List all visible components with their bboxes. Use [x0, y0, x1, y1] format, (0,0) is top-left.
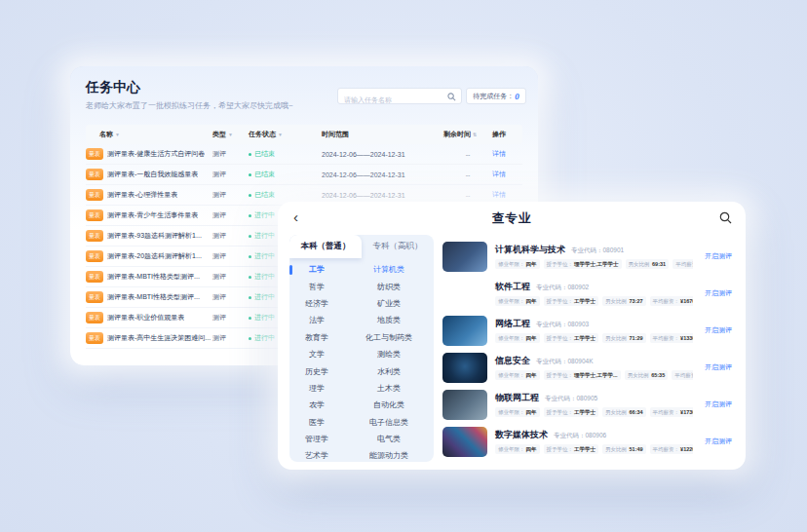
ratio-tag: 男女比例 65:35 [625, 370, 669, 380]
category-item[interactable]: 哲学 [289, 278, 344, 294]
task-search-box[interactable] [337, 88, 462, 104]
category-panel: 本科（普通） 专科（高职） 工学哲学经济学法学教育学文学历史学理学农学医学管理学… [289, 235, 434, 462]
category-item[interactable]: 历史学 [289, 362, 344, 379]
start-assessment-link[interactable]: 开启测评 [705, 362, 732, 372]
degree-tag: 授予学位：工学学士 [544, 444, 599, 454]
task-remaining-time: -- [443, 192, 492, 199]
start-assessment-link[interactable]: 开启测评 [705, 399, 732, 409]
task-type: 测评 [212, 149, 249, 159]
detail-link[interactable]: 详情 [492, 170, 522, 179]
detail-link[interactable]: 详情 [492, 190, 522, 200]
scale-badge: 量表 [86, 250, 103, 262]
salary-tag: 平均薪资：¥13300 [650, 333, 693, 343]
category-item[interactable]: 工学 [289, 261, 344, 278]
major-list-item[interactable]: 软件工程 专业代码：080902 修业年限：四年 授予学位：工学学士 男女比例 … [442, 275, 734, 312]
major-tags: 修业年限：四年 授予学位：理学学士,工学学士 男女比例 69:31 平均薪资：¥… [495, 259, 693, 269]
major-list: 计算机科学与技术 专业代码：080901 修业年限：四年 授予学位：理学学士,工… [434, 235, 734, 462]
salary-tag: 平均薪资：¥14200 [672, 259, 693, 269]
sort-icon[interactable]: ▼ [278, 132, 283, 137]
category-item[interactable]: 医学 [289, 414, 344, 431]
task-time-range: 2024-12-06——2024-12-31 [322, 192, 443, 199]
start-assessment-link[interactable]: 开启测评 [705, 251, 732, 261]
pending-tasks-counter: 待完成任务： 0 [466, 88, 526, 104]
category-item[interactable]: 管理学 [289, 431, 344, 447]
table-column-header[interactable]: 剩余时间⇅ [443, 130, 492, 139]
table-column-header[interactable]: 时间范围 [322, 130, 443, 139]
scale-badge: 量表 [86, 230, 103, 242]
category-item[interactable]: 纺织类 [344, 278, 434, 294]
major-name: 网络工程 [495, 318, 530, 330]
start-assessment-link[interactable]: 开启测评 [705, 288, 732, 298]
major-info: 计算机科学与技术 专业代码：080901 修业年限：四年 授予学位：理学学士,工… [495, 244, 734, 270]
table-column-header[interactable]: 名称▼ [99, 130, 212, 139]
major-info: 软件工程 专业代码：080902 修业年限：四年 授予学位：工学学士 男女比例 … [495, 281, 734, 307]
scale-badge: 量表 [86, 271, 103, 283]
major-list-item[interactable]: 计算机科学与技术 专业代码：080901 修业年限：四年 授予学位：理学学士,工… [442, 238, 734, 275]
category-item[interactable]: 电子信息类 [344, 414, 434, 431]
category-item[interactable]: 土木类 [344, 380, 434, 397]
task-name: 测评量表-职业价值观量表 [107, 313, 184, 323]
table-column-header[interactable]: 任务状态▼ [249, 130, 322, 139]
search-icon[interactable] [719, 211, 732, 224]
column-label: 类型 [212, 131, 226, 137]
category-item[interactable]: 地质类 [344, 312, 434, 328]
back-chevron-icon[interactable]: ‹ [293, 208, 298, 227]
major-list-item[interactable]: 信息安全 专业代码：080904K 修业年限：四年 授予学位：理学学士,工学学.… [442, 349, 734, 386]
major-list-item[interactable]: 物联网工程 专业代码：080905 修业年限：四年 授予学位：工学学士 男女比例… [442, 386, 734, 423]
task-table-header: 名称▼ 类型▼ 任务状态▼ 时间范围 剩余时间⇅ 操作 [86, 125, 522, 144]
task-remaining-time: -- [443, 171, 492, 178]
start-assessment-link[interactable]: 开启测评 [705, 437, 732, 446]
category-item[interactable]: 自动化类 [344, 397, 434, 413]
sort-icon[interactable]: ▼ [115, 132, 120, 137]
task-name: 测评量表-高中生生涯决策困难问... [107, 333, 211, 343]
task-type: 测评 [212, 210, 249, 220]
degree-tag: 授予学位：工学学士 [544, 296, 599, 306]
major-thumbnail [442, 353, 487, 383]
column-label: 名称 [99, 131, 113, 137]
search-icon[interactable] [447, 93, 456, 101]
task-name-cell: 量表 测评量表-高中生生涯决策困难问... [86, 332, 212, 344]
degree-tag: 授予学位：理学学士,工学学... [544, 370, 621, 380]
table-column-header[interactable]: 操作 [492, 130, 522, 139]
category-item[interactable]: 法学 [289, 312, 344, 328]
category-item[interactable]: 测绘类 [344, 346, 434, 362]
category-item[interactable]: 农学 [289, 397, 344, 413]
table-column-header[interactable]: 类型▼ [212, 130, 249, 139]
scale-badge: 量表 [86, 332, 103, 344]
major-tags: 修业年限：四年 授予学位：工学学士 男女比例 66:34 平均薪资：¥17300 [495, 407, 693, 417]
major-thumbnail [442, 390, 487, 420]
ratio-tag: 男女比例 71:29 [602, 333, 646, 343]
tab-undergraduate[interactable]: 本科（普通） [289, 235, 362, 258]
category-item[interactable]: 经济学 [289, 295, 344, 312]
tab-vocational[interactable]: 专科（高职） [362, 235, 434, 258]
major-name: 数字媒体技术 [495, 429, 548, 441]
task-time-range: 2024-12-06——2024-12-31 [322, 171, 443, 178]
major-list-item[interactable]: 网络工程 专业代码：080903 修业年限：四年 授予学位：工学学士 男女比例 … [442, 312, 734, 349]
category-list: 计算机类纺织类矿业类地质类化工与制药类测绘类水利类土木类自动化类电子信息类电气类… [344, 261, 434, 462]
category-item[interactable]: 教育学 [289, 329, 344, 346]
sort-icon[interactable]: ⇅ [473, 132, 477, 137]
task-search-input[interactable] [338, 93, 461, 107]
major-finder-body: 本科（普通） 专科（高职） 工学哲学经济学法学教育学文学历史学理学农学医学管理学… [289, 235, 734, 462]
task-name-cell: 量表 测评量表-青少年生活事件量表 [86, 209, 212, 221]
task-name: 测评量表-20题选科测评解析1... [107, 251, 202, 261]
category-item[interactable]: 水利类 [344, 362, 434, 379]
major-info: 物联网工程 专业代码：080905 修业年限：四年 授予学位：工学学士 男女比例… [495, 392, 734, 418]
category-item[interactable]: 矿业类 [344, 295, 434, 312]
major-list-item[interactable]: 数字媒体技术 专业代码：080906 修业年限：四年 授予学位：工学学士 男女比… [442, 423, 734, 460]
category-item[interactable]: 电气类 [344, 431, 434, 447]
category-item[interactable]: 艺术学 [289, 447, 344, 462]
major-code: 专业代码：080903 [536, 321, 589, 329]
major-tags: 修业年限：四年 授予学位：工学学士 男女比例 51:49 平均薪资：¥12200 [495, 444, 693, 454]
category-item[interactable]: 文学 [289, 346, 344, 362]
sort-icon[interactable]: ▼ [228, 132, 233, 137]
task-type: 测评 [212, 333, 249, 343]
major-code: 专业代码：080905 [545, 395, 597, 403]
category-item[interactable]: 计算机类 [344, 261, 434, 278]
category-item[interactable]: 能源动力类 [344, 447, 434, 462]
category-item[interactable]: 理学 [289, 380, 344, 397]
major-name: 物联网工程 [495, 392, 539, 404]
detail-link[interactable]: 详情 [492, 149, 522, 159]
category-item[interactable]: 化工与制药类 [344, 329, 434, 346]
start-assessment-link[interactable]: 开启测评 [705, 325, 732, 335]
